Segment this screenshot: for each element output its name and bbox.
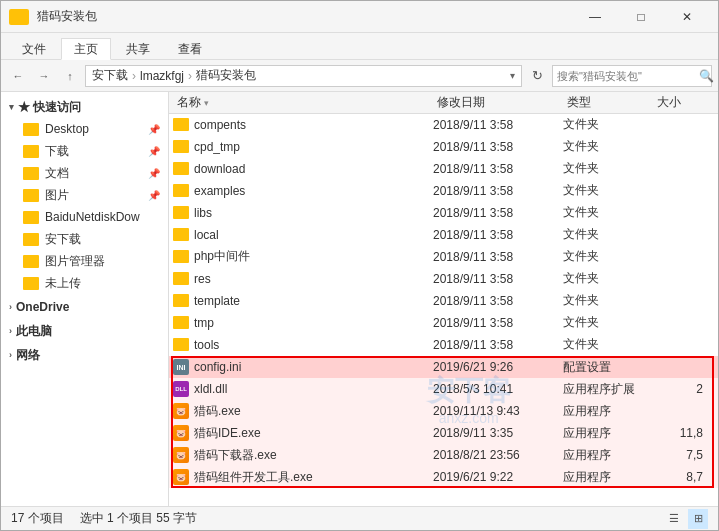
col-header-date[interactable]: 修改日期 (433, 94, 563, 111)
table-row[interactable]: cpd_tmp 2018/9/11 3:58 文件夹 (169, 136, 718, 158)
search-box[interactable]: 🔍 (552, 65, 712, 87)
view-list-button[interactable]: ⊞ (688, 509, 708, 529)
status-bar-right: ☰ ⊞ (664, 509, 708, 529)
file-date: 2018/9/11 3:58 (433, 184, 563, 198)
sidebar-header-onedrive[interactable]: › OneDrive (1, 296, 168, 318)
file-name: examples (194, 184, 245, 198)
sidebar-item-imgmgr[interactable]: 图片管理器 (1, 250, 168, 272)
file-name: xldl.dll (194, 382, 227, 396)
sidebar-item-label: 图片 (45, 187, 69, 204)
tab-view[interactable]: 查看 (165, 38, 215, 60)
col-size-label: 大小 (657, 94, 681, 111)
file-date: 2018/9/11 3:58 (433, 316, 563, 330)
table-row[interactable]: examples 2018/9/11 3:58 文件夹 (169, 180, 718, 202)
forward-button[interactable]: → (33, 65, 55, 87)
sidebar-item-pictures[interactable]: 图片 📌 (1, 184, 168, 206)
file-type: 应用程序 (563, 425, 653, 442)
file-icon-wrapper: DLL (173, 381, 189, 397)
path-part-3[interactable]: 猎码安装包 (196, 67, 256, 84)
tab-home[interactable]: 主页 (61, 38, 111, 60)
file-icon-wrapper (173, 117, 189, 133)
sidebar-item-baidu[interactable]: BaiduNetdiskDow (1, 206, 168, 228)
network-arrow: › (9, 350, 12, 360)
path-part-1[interactable]: 安下载 (92, 67, 128, 84)
table-row[interactable]: tmp 2018/9/11 3:58 文件夹 (169, 312, 718, 334)
file-type: 应用程序 (563, 447, 653, 464)
exe-pig-icon: 🐷 (173, 447, 189, 463)
path-sep-1: › (132, 69, 136, 83)
table-row[interactable]: INI config.ini 2019/6/21 9:26 配置设置 (169, 356, 718, 378)
file-name: php中间件 (194, 248, 250, 265)
sidebar-item-desktop[interactable]: Desktop 📌 (1, 118, 168, 140)
window-icon (9, 7, 29, 27)
table-row[interactable]: download 2018/9/11 3:58 文件夹 (169, 158, 718, 180)
sidebar-header-quickaccess[interactable]: ▾ ★ 快速访问 (1, 96, 168, 118)
path-part-2[interactable]: lmazkfgj (140, 69, 184, 83)
file-icon-wrapper (173, 293, 189, 309)
view-details-button[interactable]: ☰ (664, 509, 684, 529)
col-header-type[interactable]: 类型 (563, 94, 653, 111)
column-headers: 名称 ▾ 修改日期 类型 大小 (169, 92, 718, 114)
table-row[interactable]: template 2018/9/11 3:58 文件夹 (169, 290, 718, 312)
folder-icon (173, 184, 189, 197)
table-row[interactable]: 🐷 猎码组件开发工具.exe 2019/6/21 9:22 应用程序 8,7 (169, 466, 718, 488)
tab-file[interactable]: 文件 (9, 38, 59, 60)
close-button[interactable]: ✕ (664, 1, 710, 33)
sidebar-header-thispc[interactable]: › 此电脑 (1, 320, 168, 342)
file-name-cell: compents (173, 117, 433, 133)
file-type: 文件夹 (563, 160, 653, 177)
refresh-button[interactable]: ↻ (526, 65, 548, 87)
file-name: 猎码IDE.exe (194, 425, 261, 442)
file-icon-wrapper (173, 183, 189, 199)
file-name-cell: libs (173, 205, 433, 221)
col-name-label: 名称 (177, 94, 201, 111)
col-header-size[interactable]: 大小 (653, 94, 703, 111)
search-icon[interactable]: 🔍 (699, 69, 714, 83)
file-icon-wrapper (173, 205, 189, 221)
desktop-pin-icon: 📌 (148, 124, 160, 135)
col-type-label: 类型 (567, 94, 591, 111)
file-size: 7,5 (653, 448, 703, 462)
table-row[interactable]: res 2018/9/11 3:58 文件夹 (169, 268, 718, 290)
minimize-button[interactable]: — (572, 1, 618, 33)
folder-icon (173, 206, 189, 219)
thispc-arrow: › (9, 326, 12, 336)
file-date: 2019/11/13 9:43 (433, 404, 563, 418)
table-row[interactable]: libs 2018/9/11 3:58 文件夹 (169, 202, 718, 224)
table-row[interactable]: 🐷 猎码IDE.exe 2018/9/11 3:35 应用程序 11,8 (169, 422, 718, 444)
tab-share[interactable]: 共享 (113, 38, 163, 60)
folder-icon (173, 162, 189, 175)
table-row[interactable]: 🐷 猎码下载器.exe 2018/8/21 23:56 应用程序 7,5 (169, 444, 718, 466)
table-row[interactable]: DLL xldl.dll 2018/5/3 10:41 应用程序扩展 2 (169, 378, 718, 400)
folder-icon (173, 338, 189, 351)
exe-pig-icon: 🐷 (173, 469, 189, 485)
sidebar-item-downloads[interactable]: 下载 📌 (1, 140, 168, 162)
file-date: 2018/9/11 3:58 (433, 206, 563, 220)
search-input[interactable] (557, 70, 695, 82)
file-date: 2018/8/21 23:56 (433, 448, 563, 462)
maximize-button[interactable]: □ (618, 1, 664, 33)
file-name: libs (194, 206, 212, 220)
file-icon-wrapper (173, 337, 189, 353)
file-size: 11,8 (653, 426, 703, 440)
table-row[interactable]: compents 2018/9/11 3:58 文件夹 (169, 114, 718, 136)
col-name-sort: ▾ (204, 98, 209, 108)
table-row[interactable]: local 2018/9/11 3:58 文件夹 (169, 224, 718, 246)
table-row[interactable]: php中间件 2018/9/11 3:58 文件夹 (169, 246, 718, 268)
path-dropdown-icon[interactable]: ▾ (510, 70, 515, 81)
back-button[interactable]: ← (7, 65, 29, 87)
col-header-name[interactable]: 名称 ▾ (173, 94, 433, 111)
sidebar-item-unupload[interactable]: 未上传 (1, 272, 168, 294)
sidebar-header-network[interactable]: › 网络 (1, 344, 168, 366)
sidebar-item-anxia[interactable]: 安下载 (1, 228, 168, 250)
window-controls: — □ ✕ (572, 1, 710, 33)
table-row[interactable]: 🐷 猎码.exe 2019/11/13 9:43 应用程序 (169, 400, 718, 422)
table-row[interactable]: tools 2018/9/11 3:58 文件夹 (169, 334, 718, 356)
sidebar-item-docs[interactable]: 文档 📌 (1, 162, 168, 184)
address-path[interactable]: 安下载 › lmazkfgj › 猎码安装包 ▾ (85, 65, 522, 87)
file-icon-wrapper: 🐷 (173, 447, 189, 463)
sidebar: ▾ ★ 快速访问 Desktop 📌 下载 📌 文档 📌 (1, 92, 169, 506)
up-button[interactable]: ↑ (59, 65, 81, 87)
anxia-folder-icon (23, 233, 39, 246)
file-type: 文件夹 (563, 270, 653, 287)
